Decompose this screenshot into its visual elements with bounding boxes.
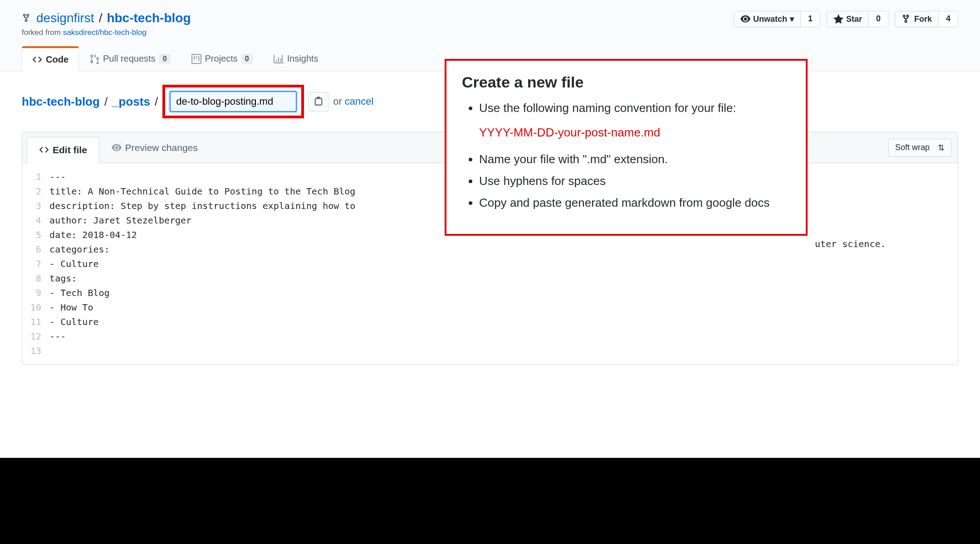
forked-from-label: forked from bbox=[22, 28, 63, 37]
pr-count: 0 bbox=[159, 54, 171, 64]
graph-icon bbox=[274, 54, 284, 64]
fork-button[interactable]: Fork bbox=[895, 11, 939, 27]
pull-request-icon bbox=[89, 54, 99, 64]
clipboard-button[interactable] bbox=[309, 92, 328, 112]
breadcrumb-root[interactable]: hbc-tech-blog bbox=[22, 95, 100, 109]
watch-count[interactable]: 1 bbox=[801, 11, 820, 27]
preview-changes-label: Preview changes bbox=[125, 142, 198, 153]
fork-label: Fork bbox=[914, 15, 932, 24]
edit-file-label: Edit file bbox=[53, 145, 87, 155]
tab-insights[interactable]: Insights bbox=[263, 46, 329, 71]
eye-icon bbox=[112, 143, 122, 153]
code-icon bbox=[39, 145, 49, 155]
tab-projects-label: Projects bbox=[205, 53, 238, 64]
or-text: or bbox=[333, 96, 342, 107]
tab-code-label: Code bbox=[46, 54, 69, 65]
code-icon bbox=[32, 55, 42, 65]
eye-icon bbox=[740, 14, 750, 24]
breadcrumb-sep: / bbox=[155, 95, 158, 109]
cancel-link[interactable]: cancel bbox=[345, 96, 374, 107]
tab-code[interactable]: Code bbox=[22, 46, 79, 71]
overlay-bullet: Use the following naming convention for … bbox=[479, 99, 790, 117]
wrap-select[interactable]: Soft wrap ⇅ bbox=[888, 139, 951, 157]
project-icon bbox=[191, 54, 201, 64]
line-gutter: 12345678910111213 bbox=[22, 170, 49, 358]
tab-preview-changes[interactable]: Preview changes bbox=[99, 132, 210, 163]
repo-owner-link[interactable]: designfirst bbox=[36, 11, 94, 25]
repo-title: designfirst / hbc-tech-blog bbox=[22, 11, 191, 25]
overlay-bullet: Name your file with ".md" extension. bbox=[479, 151, 790, 168]
repo-action-buttons: Unwatch ▾ 1 Star 0 Fork bbox=[734, 11, 958, 27]
breadcrumb-folder[interactable]: _posts bbox=[112, 95, 150, 109]
overlay-bullet: Copy and paste generated markdown from g… bbox=[479, 194, 790, 211]
filename-input[interactable] bbox=[170, 91, 297, 112]
tab-pull-requests[interactable]: Pull requests 0 bbox=[79, 46, 181, 71]
fork-icon bbox=[902, 14, 911, 24]
repo-name-link[interactable]: hbc-tech-blog bbox=[107, 11, 191, 25]
wrap-label: Soft wrap bbox=[895, 143, 930, 152]
trailing-code-fragment: uter science. bbox=[815, 238, 886, 249]
updown-icon: ⇅ bbox=[938, 143, 945, 153]
overlay-title: Create a new file bbox=[462, 73, 790, 91]
fork-info: forked from saksdirect/hbc-tech-blog bbox=[22, 28, 191, 37]
projects-count: 0 bbox=[241, 54, 253, 64]
star-count[interactable]: 0 bbox=[869, 11, 888, 27]
breadcrumb-sep: / bbox=[104, 95, 108, 109]
fork-count[interactable]: 4 bbox=[939, 11, 958, 27]
tab-projects[interactable]: Projects 0 bbox=[181, 46, 263, 71]
star-button[interactable]: Star bbox=[827, 11, 869, 27]
caret-down-icon: ▾ bbox=[790, 14, 794, 24]
bottom-black-bar bbox=[0, 458, 980, 544]
unwatch-button[interactable]: Unwatch ▾ bbox=[734, 11, 801, 27]
forked-from-link[interactable]: saksdirect/hbc-tech-blog bbox=[63, 28, 147, 37]
overlay-bullet: Use hyphens for spaces bbox=[479, 172, 790, 189]
fork-icon bbox=[22, 13, 32, 23]
annotation-overlay: Create a new file Use the following nami… bbox=[445, 59, 808, 236]
overlay-convention: YYYY-MM-DD-your-post-name.md bbox=[479, 126, 790, 140]
star-label: Star bbox=[846, 15, 862, 24]
or-cancel-text: or cancel bbox=[333, 96, 373, 107]
star-icon bbox=[833, 14, 843, 24]
tab-pr-label: Pull requests bbox=[103, 53, 156, 64]
clipboard-icon bbox=[314, 96, 323, 106]
tab-insights-label: Insights bbox=[287, 53, 318, 64]
unwatch-label: Unwatch bbox=[753, 15, 787, 24]
filename-highlight-box bbox=[162, 85, 304, 118]
tab-edit-file[interactable]: Edit file bbox=[27, 137, 99, 163]
